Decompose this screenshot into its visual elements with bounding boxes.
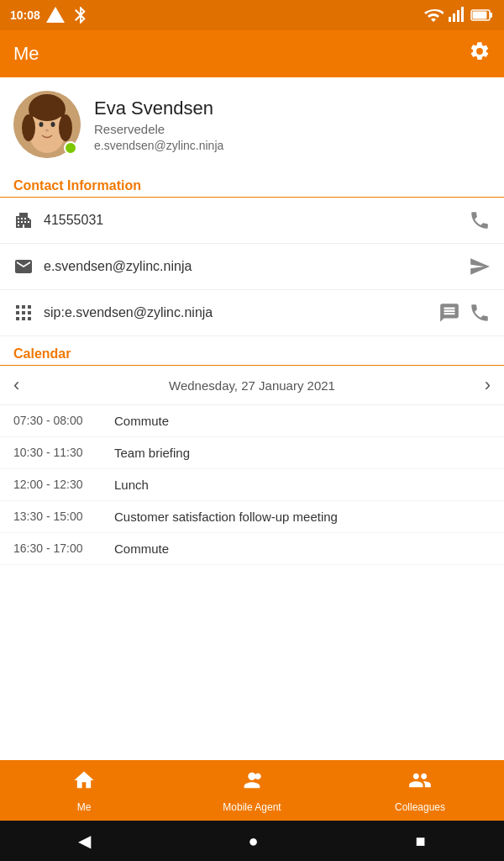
event-title: Commute <box>114 541 169 556</box>
svg-rect-5 <box>490 13 492 18</box>
svg-point-11 <box>22 114 35 141</box>
sip-contact-row: sip:e.svendsen@zylinc.ninja <box>0 290 504 336</box>
signal-icon <box>447 5 467 25</box>
building-icon <box>13 210 40 230</box>
calendar-event-row: 10:30 - 11:30Team briefing <box>0 437 504 469</box>
nav-mobile-agent-label: Mobile Agent <box>223 801 281 813</box>
sip-call-icon <box>469 302 491 324</box>
wifi-icon <box>423 5 444 25</box>
event-title: Team briefing <box>114 446 190 460</box>
phone-ring-icon <box>469 209 491 231</box>
settings-button[interactable] <box>469 40 491 67</box>
profile-department: Reservedele <box>94 122 223 136</box>
avatar-container <box>13 91 81 158</box>
profile-name: Eva Svendsen <box>94 98 223 119</box>
svg-point-12 <box>59 114 72 141</box>
event-title: Commute <box>114 414 169 428</box>
calendar-navigation: ‹ Wednesday, 27 January 2021 › <box>0 366 504 405</box>
calendar-event-row: 12:00 - 12:30Lunch <box>0 469 504 501</box>
bluetooth-icon <box>71 5 91 25</box>
recent-button[interactable]: ■ <box>415 832 425 851</box>
status-icons <box>423 5 494 25</box>
calendar-events-list: 07:30 - 08:00Commute10:30 - 11:30Team br… <box>0 405 504 565</box>
send-action[interactable] <box>469 256 491 277</box>
event-time: 16:30 - 17:00 <box>13 541 114 555</box>
profile-section: Eva Svendsen Reservedele e.svendsen@zyli… <box>0 77 504 172</box>
back-button[interactable]: ◀ <box>78 831 91 851</box>
status-bar: 10:08 <box>0 0 504 30</box>
chat-icon <box>438 302 460 324</box>
event-time: 10:30 - 11:30 <box>13 446 114 459</box>
bottom-navigation: Me Mobile Agent Colleagues <box>0 760 504 821</box>
event-time: 12:00 - 12:30 <box>13 478 114 491</box>
calendar-date: Wednesday, 27 January 2021 <box>169 378 335 393</box>
profile-info: Eva Svendsen Reservedele e.svendsen@zyli… <box>94 98 223 152</box>
home-icon <box>72 769 96 798</box>
gear-icon <box>469 40 491 62</box>
svg-rect-2 <box>457 10 459 22</box>
contact-info-header: Contact Information <box>0 172 504 198</box>
svg-rect-3 <box>461 7 464 22</box>
email-address: e.svendsen@zylinc.ninja <box>40 259 469 274</box>
grid-icon <box>13 303 40 323</box>
svg-rect-1 <box>453 13 455 22</box>
time-display: 10:08 <box>10 8 40 22</box>
send-icon <box>469 256 491 277</box>
app-title: Me <box>13 43 39 65</box>
nav-item-mobile-agent[interactable]: Mobile Agent <box>168 769 336 813</box>
svg-point-14 <box>51 122 55 127</box>
prev-day-button[interactable]: ‹ <box>13 374 19 396</box>
battery-icon <box>470 8 494 22</box>
app-bar: Me <box>0 30 504 77</box>
email-contact-row: e.svendsen@zylinc.ninja <box>0 244 504 290</box>
sip-address: sip:e.svendsen@zylinc.ninja <box>40 305 438 320</box>
home-button[interactable]: ● <box>248 832 258 851</box>
calendar-event-row: 16:30 - 17:00Commute <box>0 533 504 565</box>
svg-rect-0 <box>449 17 451 22</box>
event-time: 13:30 - 15:00 <box>13 510 114 523</box>
mobile-agent-icon <box>240 769 264 798</box>
event-time: 07:30 - 08:00 <box>13 414 114 427</box>
phone-contact-row: 41555031 <box>0 198 504 244</box>
alert-icon <box>45 5 66 25</box>
android-navigation-bar: ◀ ● ■ <box>0 821 504 861</box>
online-status-dot <box>64 141 77 155</box>
phone-number: 41555031 <box>40 213 469 228</box>
email-icon <box>13 256 40 277</box>
nav-colleagues-label: Colleagues <box>395 801 445 813</box>
next-day-button[interactable]: › <box>485 374 491 396</box>
nav-item-me[interactable]: Me <box>0 769 168 813</box>
call-action[interactable] <box>469 209 491 231</box>
nav-me-label: Me <box>77 801 92 813</box>
event-title: Lunch <box>114 478 149 492</box>
sip-actions[interactable] <box>438 302 491 324</box>
svg-rect-6 <box>473 12 487 19</box>
svg-point-13 <box>39 122 44 127</box>
calendar-event-row: 07:30 - 08:00Commute <box>0 405 504 437</box>
status-time: 10:08 <box>10 5 91 25</box>
calendar-header: Calendar <box>0 336 504 366</box>
colleagues-icon <box>408 769 432 798</box>
profile-email: e.svendsen@zylinc.ninja <box>94 139 223 152</box>
nav-item-colleagues[interactable]: Colleagues <box>336 769 504 813</box>
calendar-event-row: 13:30 - 15:00Customer satisfaction follo… <box>0 501 504 533</box>
svg-point-17 <box>32 109 62 119</box>
svg-point-15 <box>45 129 49 132</box>
event-title: Customer satisfaction follow-up meeting <box>114 510 338 524</box>
